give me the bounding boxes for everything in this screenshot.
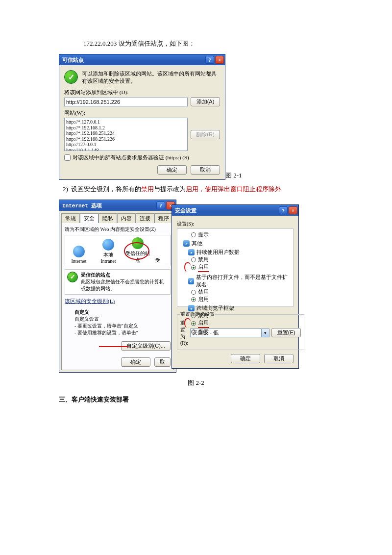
radio-disable[interactable]: 禁用 [191,288,291,296]
settings-label: 设置(S): [177,221,294,227]
zone-restricted[interactable]: 受 [154,257,161,264]
figure-2-row: Internet 选项 ? × 常规 安全 隐私 内容 连接 程序 请为不同区域… [59,200,333,373]
sites-listbox[interactable]: http://*.127.0.0.1http://*.192.168.1.2 h… [64,118,188,151]
tab-programs[interactable]: 程序 [154,213,173,223]
https-label: 对该区域中的所有站点要求服务器验证 (https:) (S) [73,154,189,161]
add-button[interactable]: 添加(A) [191,97,220,106]
radio-disable[interactable]: 禁用 [191,312,291,319]
help-icon[interactable]: ? [205,56,214,64]
check-icon [132,237,144,249]
close-icon[interactable]: × [215,56,224,64]
red-underline-annotation [99,346,128,347]
ie-icon: e [188,278,194,284]
zone-desc: 此区域包含您信任不会损害您的计算机或数据的网站。 [81,279,164,291]
zone-prompt: 请为不同区域的 Web 内容指定安全设置(Z) [65,226,171,233]
radio-enable[interactable]: 启用 [191,319,291,328]
level-link[interactable]: 该区域的安全级别(L) [65,298,115,304]
remove-button[interactable]: 删除(R) [191,130,220,139]
radio-enable[interactable]: 启用 [191,263,291,272]
cancel-button[interactable]: 取消 [191,165,220,175]
ok-button[interactable]: 确定 [157,165,187,175]
cancel-button[interactable]: 取 [154,357,171,367]
cancel-button[interactable]: 取消 [264,354,294,363]
dialog-title: Internet 选项 [62,202,102,209]
ie-icon: e [188,249,195,255]
titlebar: Internet 选项 ? × [59,200,176,211]
help-icon[interactable]: ? [279,206,288,214]
zone-intranet[interactable]: 本地 Intranet [96,239,121,264]
https-checkbox[interactable] [64,154,71,161]
custom-label: 自定义 [74,309,89,315]
radio-disable[interactable]: 禁用 [191,256,291,263]
close-icon[interactable]: × [289,206,297,214]
internet-options-dialog: Internet 选项 ? × 常规 安全 隐私 内容 连接 程序 请为不同区域… [59,200,176,373]
security-settings-dialog: 安全设置 ? × 设置(S): 提示 e其他 e持续使用用户数据 禁用 启用 e… [172,204,299,369]
tab-privacy[interactable]: 隐私 [98,213,117,223]
tab-general[interactable]: 常规 [61,213,80,223]
trusted-sites-dialog: 可信站点 ? × ✓ 可以添加和删除该区域的网站。该区域中的所有网站都具有该区域… [59,54,225,180]
step-2: 2) 设置安全级别，将所有的禁用与提示改为启用，使用弹出窗口阻止程序除外 [63,185,333,194]
help-icon[interactable]: ? [156,202,165,209]
intro-line: 172.22.0.203 设为受信任站点，如下图： [83,39,333,48]
item-persist: e持续使用用户数据 [188,249,291,256]
tab-security[interactable]: 安全 [80,213,98,223]
zone-trusted[interactable]: 受信任的站点 [125,237,150,264]
section-3-heading: 三、客户端快速安装部署 [59,395,333,404]
ok-button[interactable]: 确定 [231,354,260,363]
group-other: e其他 [183,240,291,247]
figure-1-row: 可信站点 ? × ✓ 可以添加和删除该区域的网站。该区域中的所有网站都具有该区域… [59,54,333,180]
figure-2-caption: 图 2-2 [59,378,333,387]
ie-icon: e [183,240,190,247]
tab-connections[interactable]: 连接 [136,213,154,223]
dialog-title: 可信站点 [62,56,84,64]
tab-content[interactable]: 内容 [117,213,136,223]
add-site-label: 将该网站添加到区域中 (D): [64,89,220,96]
radio-prompt[interactable]: 提示 [191,231,291,238]
red-arc-annotation [184,318,191,328]
item-open-content: e基于内容打开文件，而不是基于文件扩展名 [188,274,291,288]
item-cross-frame: e跨域浏览子框架 [188,304,291,312]
dialog-description: 可以添加和删除该区域的网站。该区域中的所有网站都具有该区域的安全设置。 [82,70,220,85]
tab-strip: 常规 安全 隐私 内容 连接 程序 [59,211,176,223]
ok-button[interactable]: 确定 [121,357,150,367]
ie-icon: e [188,305,195,311]
sites-label: 网站(W): [64,109,220,117]
zone-title: 受信任的站点 [81,272,110,278]
zone-internet[interactable]: Internet [66,246,92,264]
shield-check-icon: ✓ [67,272,78,282]
globe-icon [73,246,85,257]
shield-check-icon: ✓ [64,70,78,84]
figure-1-caption: 图 2-1 [225,171,242,180]
red-arc-annotation [184,262,191,272]
globe-icon [102,239,114,251]
radio-prompt[interactable]: 提示 [191,328,291,335]
dialog-title: 安全设置 [175,207,196,214]
radio-enable[interactable]: 启用 [191,296,291,303]
add-site-input[interactable] [64,98,188,106]
titlebar: 可信站点 ? × [59,54,225,65]
titlebar: 安全设置 ? × [172,205,298,216]
